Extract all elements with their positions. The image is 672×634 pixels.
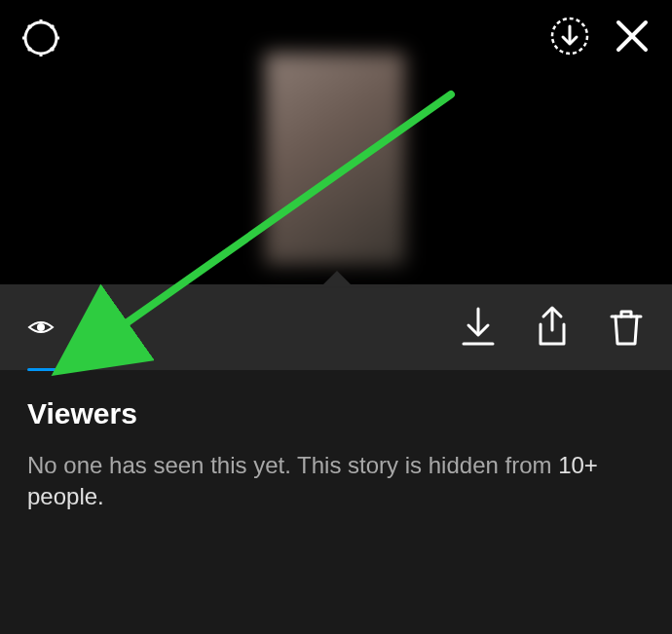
viewers-message-text: No one has seen this yet. This story is … (27, 452, 558, 478)
share-icon (534, 305, 571, 350)
download-circle-icon (549, 16, 590, 56)
story-thumbnail[interactable] (265, 53, 405, 265)
download-icon (460, 305, 497, 350)
viewers-panel: Viewers No one has seen this yet. This s… (0, 370, 672, 541)
story-action-bar (0, 284, 672, 370)
thumbnail-pointer (321, 271, 353, 286)
share-button[interactable] (534, 305, 571, 350)
svg-line-8 (51, 25, 54, 28)
delete-button[interactable] (608, 305, 645, 350)
viewers-empty-message: No one has seen this yet. This story is … (27, 450, 645, 513)
save-story-button[interactable] (549, 16, 590, 56)
download-button[interactable] (460, 305, 497, 350)
viewers-title: Viewers (27, 397, 645, 430)
settings-button[interactable] (21, 19, 60, 57)
close-icon (615, 19, 650, 54)
story-preview-area (0, 0, 672, 284)
settings-icon (21, 19, 60, 57)
viewers-button[interactable] (27, 314, 55, 341)
tab-indicator (27, 368, 58, 371)
action-buttons-group (460, 305, 645, 350)
trash-icon (608, 305, 645, 350)
eye-icon (27, 314, 55, 341)
svg-line-5 (28, 25, 31, 28)
svg-line-7 (28, 48, 31, 51)
svg-line-6 (51, 48, 54, 51)
close-button[interactable] (615, 19, 650, 54)
svg-point-13 (37, 323, 45, 331)
